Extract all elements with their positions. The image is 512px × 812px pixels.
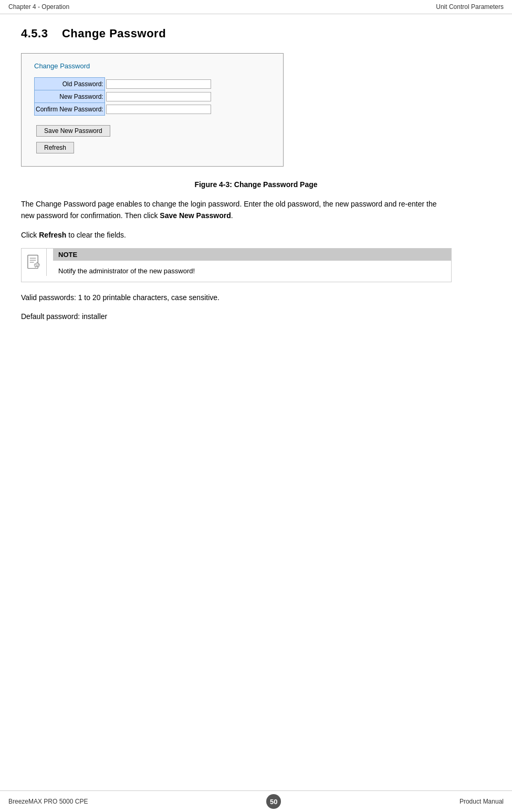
bold-save: Save New Password (160, 211, 231, 220)
section-heading: 4.5.3 Change Password (21, 27, 491, 40)
section-number: 4.5.3 (21, 27, 48, 40)
note-text: Notify the administrator of the new pass… (53, 264, 451, 282)
extra-paragraph-2: Default password: installer (21, 311, 452, 322)
ui-screenshot-box: Change Password Old Password: New Passwo… (21, 53, 284, 167)
buttons-row: Save New Password Refresh (36, 123, 270, 153)
note-box: NOTE Notify the administrator of the new… (21, 248, 452, 282)
new-password-label: New Password: (35, 90, 105, 103)
footer-right: Product Manual (459, 798, 504, 805)
page-footer: BreezeMAX PRO 5000 CPE 50 Product Manual (0, 790, 512, 812)
confirm-password-input-cell (105, 103, 212, 116)
body-paragraph-1: The Change Password page enables to chan… (21, 198, 452, 222)
confirm-password-input[interactable] (106, 105, 211, 114)
password-form: Old Password: New Password: Confirm New … (34, 77, 213, 116)
footer-page-number: 50 (266, 794, 281, 809)
page-header: Chapter 4 - Operation Unit Control Param… (0, 0, 512, 14)
confirm-password-label: Confirm New Password: (35, 103, 105, 116)
ui-panel-title: Change Password (34, 62, 270, 70)
new-password-input-cell (105, 90, 212, 103)
table-row: Confirm New Password: (35, 103, 213, 116)
notepad-icon (26, 254, 42, 271)
note-header: NOTE (53, 249, 451, 261)
note-content: NOTE Notify the administrator of the new… (53, 249, 451, 282)
save-new-password-button[interactable]: Save New Password (36, 125, 110, 137)
old-password-input-cell (105, 78, 212, 90)
extra-paragraph-1: Valid passwords: 1 to 20 printable chara… (21, 292, 452, 303)
old-password-input[interactable] (106, 79, 211, 89)
new-password-input[interactable] (106, 92, 211, 101)
header-left: Chapter 4 - Operation (8, 3, 69, 11)
bold-refresh: Refresh (39, 231, 66, 239)
old-password-label: Old Password: (35, 78, 105, 90)
refresh-button[interactable]: Refresh (36, 142, 74, 153)
body-paragraph-2: Click Refresh to clear the fields. (21, 229, 452, 241)
table-row: New Password: (35, 90, 213, 103)
section-title: Change Password (62, 27, 166, 40)
header-right: Unit Control Parameters (436, 3, 504, 11)
figure-caption: Figure 4-3: Change Password Page (21, 180, 491, 189)
table-row: Old Password: (35, 78, 213, 90)
note-icon (22, 249, 47, 276)
main-content: 4.5.3 Change Password Change Password Ol… (0, 14, 512, 351)
footer-left: BreezeMAX PRO 5000 CPE (8, 798, 88, 805)
